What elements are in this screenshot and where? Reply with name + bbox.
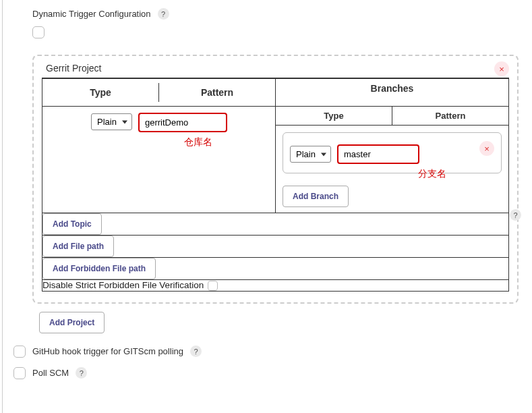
- add-file-path-button[interactable]: Add File path: [42, 236, 114, 257]
- branch-th-type: Type: [276, 107, 392, 125]
- section-divider: [2, 0, 3, 413]
- annotation-repo: 仓库名: [184, 136, 212, 148]
- add-project-button[interactable]: Add Project: [39, 312, 105, 333]
- gerrit-project-table: Type Pattern Branches Plain: [42, 78, 509, 292]
- project-header-left: Type Pattern: [42, 78, 276, 107]
- poll-scm-row: Poll SCM ?: [13, 367, 532, 379]
- remove-branch-button[interactable]: ×: [479, 141, 494, 156]
- disable-strict-label: Disable Strict Forbidden File Verificati…: [42, 280, 204, 290]
- gerrit-project-panel: Gerrit Project × Type Pattern Branches: [32, 55, 519, 304]
- github-hook-row: GitHub hook trigger for GITScm polling ?: [13, 346, 532, 358]
- dynamic-trigger-row: Dynamic Trigger Configuration ?: [32, 8, 532, 20]
- dynamic-trigger-label: Dynamic Trigger Configuration: [32, 9, 151, 19]
- th-pattern: Pattern: [159, 83, 275, 102]
- help-icon[interactable]: ?: [76, 367, 87, 379]
- add-forbidden-file-path-button[interactable]: Add Forbidden File path: [42, 258, 156, 279]
- project-pattern-input[interactable]: [139, 113, 227, 132]
- poll-scm-checkbox[interactable]: [13, 367, 26, 379]
- add-branch-button[interactable]: Add Branch: [283, 186, 349, 207]
- project-type-select[interactable]: Plain: [91, 113, 132, 130]
- help-icon[interactable]: ?: [190, 346, 202, 357]
- branch-th-pattern: Pattern: [392, 107, 508, 125]
- add-topic-button[interactable]: Add Topic: [42, 213, 102, 235]
- annotation-branch: 分支名: [418, 168, 446, 180]
- remove-project-button[interactable]: ×: [494, 61, 509, 76]
- th-type: Type: [42, 83, 159, 102]
- help-icon[interactable]: ?: [158, 8, 169, 20]
- branch-type-select[interactable]: Plain: [290, 146, 331, 163]
- project-pattern-cell: Plain 仓库名: [42, 107, 275, 192]
- th-branches: Branches: [276, 78, 509, 107]
- github-hook-checkbox[interactable]: [13, 346, 26, 358]
- dynamic-trigger-checkbox[interactable]: [32, 26, 45, 38]
- disable-strict-checkbox[interactable]: [208, 281, 218, 291]
- branch-entry: × Plain 分支名: [283, 132, 502, 173]
- gerrit-project-title: Gerrit Project: [46, 63, 509, 74]
- poll-scm-label: Poll SCM: [32, 368, 69, 378]
- panel-help-icon[interactable]: ?: [510, 209, 521, 221]
- github-hook-label: GitHub hook trigger for GITScm polling: [32, 346, 183, 356]
- branch-pattern-input[interactable]: [338, 145, 419, 163]
